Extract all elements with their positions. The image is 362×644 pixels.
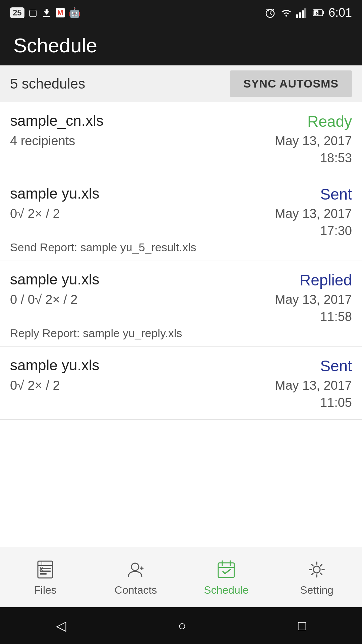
nav-item-files[interactable]: X Files <box>0 558 90 596</box>
bottom-nav: X Files Contacts <box>0 547 362 607</box>
svg-rect-15 <box>40 573 47 575</box>
schedule-item-date: May 13, 2017 <box>275 134 352 148</box>
android-nav: ◁ ○ □ <box>0 607 362 644</box>
svg-point-21 <box>313 566 320 573</box>
schedule-item-recipients: 0√ 2× / 2 <box>10 378 60 393</box>
schedule-item-date: May 13, 2017 <box>275 292 352 307</box>
sync-autosms-button[interactable]: SYNC AUTOSMS <box>230 70 352 97</box>
app-header: Schedule <box>0 25 362 65</box>
schedule-item-recipients: 0√ 2× / 2 <box>10 207 60 221</box>
schedule-item-recipients: 0 / 0√ 2× / 2 <box>10 292 78 307</box>
alarm-icon <box>264 7 276 19</box>
svg-rect-7 <box>323 11 324 14</box>
svg-rect-5 <box>304 8 306 18</box>
schedule-item-row2: 0√ 2× / 2 May 13, 2017 <box>10 207 352 221</box>
time-display: 6:01 <box>328 6 352 20</box>
schedule-item-time-row: 18:53 <box>10 151 352 165</box>
svg-rect-13 <box>40 568 51 569</box>
schedule-item-row2: 0√ 2× / 2 May 13, 2017 <box>10 378 352 393</box>
schedule-item-name: sample_cn.xls <box>10 112 104 129</box>
android-icon: 🤖 <box>69 7 80 18</box>
recent-button[interactable]: □ <box>298 618 306 633</box>
schedule-item-status: Replied <box>300 271 352 289</box>
notification-icon: ▢ <box>28 7 37 18</box>
schedule-item-date: May 13, 2017 <box>275 207 352 221</box>
notification-badge: 25 <box>10 7 24 18</box>
svg-point-16 <box>131 563 139 571</box>
nav-label-schedule: Schedule <box>204 584 248 596</box>
nav-item-setting[interactable]: Setting <box>272 558 362 596</box>
schedule-item-report-text: Send Report: sample yu_5_result.xls <box>10 241 196 254</box>
schedule-item-time-row: 11:05 <box>10 395 352 410</box>
svg-rect-0 <box>43 16 50 17</box>
schedule-item-report: Send Report: sample yu_5_result.xls <box>10 241 352 254</box>
schedule-item-row2: 0 / 0√ 2× / 2 May 13, 2017 <box>10 292 352 307</box>
back-button[interactable]: ◁ <box>56 618 66 633</box>
schedule-count: 5 schedules <box>10 76 85 92</box>
schedule-item-recipients: 4 recipients <box>10 134 75 148</box>
svg-rect-4 <box>302 10 304 18</box>
status-bar: 25 ▢ M 🤖 <box>0 0 362 25</box>
contacts-icon <box>124 558 147 581</box>
nav-label-files: Files <box>34 584 57 596</box>
schedule-item-status: Ready <box>307 112 352 130</box>
schedule-item[interactable]: sample yu.xls Sent 0√ 2× / 2 May 13, 201… <box>0 347 362 420</box>
schedule-item-row1: sample yu.xls Replied <box>10 271 352 289</box>
schedule-item-report-text: Reply Report: sample yu_reply.xls <box>10 327 182 339</box>
schedule-item-row1: sample yu.xls Sent <box>10 357 352 375</box>
schedule-list: sample_cn.xls Ready 4 recipients May 13,… <box>0 102 362 547</box>
schedule-item-time: 11:05 <box>320 395 352 410</box>
setting-icon <box>305 558 328 581</box>
nav-item-contacts[interactable]: Contacts <box>90 558 181 596</box>
schedule-item-name: sample yu.xls <box>10 185 100 202</box>
schedule-item[interactable]: sample yu.xls Sent 0√ 2× / 2 May 13, 201… <box>0 175 362 261</box>
nav-label-contacts: Contacts <box>115 584 157 596</box>
schedule-item-time: 18:53 <box>320 151 352 165</box>
gmail-icon: M <box>56 8 65 17</box>
schedule-item-report: Reply Report: sample yu_reply.xls <box>10 327 352 340</box>
svg-rect-14 <box>40 571 51 572</box>
schedule-item[interactable]: sample_cn.xls Ready 4 recipients May 13,… <box>0 102 362 175</box>
home-button[interactable]: ○ <box>178 618 186 633</box>
status-bar-left: 25 ▢ M 🤖 <box>10 7 80 18</box>
files-icon: X <box>34 558 57 581</box>
svg-rect-3 <box>299 12 301 18</box>
schedule-item-status: Sent <box>320 357 352 375</box>
schedule-item-date: May 13, 2017 <box>275 378 352 393</box>
schedule-item-time-row: 17:30 <box>10 224 352 238</box>
main-content: 5 schedules SYNC AUTOSMS sample_cn.xls R… <box>0 65 362 607</box>
schedule-count-bar: 5 schedules SYNC AUTOSMS <box>0 65 362 102</box>
schedule-item-name: sample yu.xls <box>10 357 100 374</box>
schedule-item-time-row: 11:58 <box>10 310 352 324</box>
app-title: Schedule <box>13 34 97 57</box>
svg-rect-2 <box>296 14 298 18</box>
schedule-item-status: Sent <box>320 185 352 203</box>
schedule-item-name: sample yu.xls <box>10 271 100 288</box>
wifi-icon <box>280 8 292 18</box>
svg-rect-17 <box>218 563 234 578</box>
schedule-item-row1: sample_cn.xls Ready <box>10 112 352 130</box>
schedule-item[interactable]: sample yu.xls Replied 0 / 0√ 2× / 2 May … <box>0 261 362 347</box>
status-bar-right: 6:01 <box>264 6 352 20</box>
signal-icon <box>296 8 308 18</box>
nav-label-setting: Setting <box>300 584 334 596</box>
schedule-item-time: 11:58 <box>320 310 352 324</box>
battery-icon <box>312 8 324 18</box>
schedule-item-time: 17:30 <box>320 224 352 238</box>
schedule-item-row2: 4 recipients May 13, 2017 <box>10 134 352 148</box>
download-icon <box>41 7 52 18</box>
schedule-item-row1: sample yu.xls Sent <box>10 185 352 203</box>
nav-item-schedule[interactable]: Schedule <box>181 558 272 596</box>
schedule-icon <box>215 558 238 581</box>
